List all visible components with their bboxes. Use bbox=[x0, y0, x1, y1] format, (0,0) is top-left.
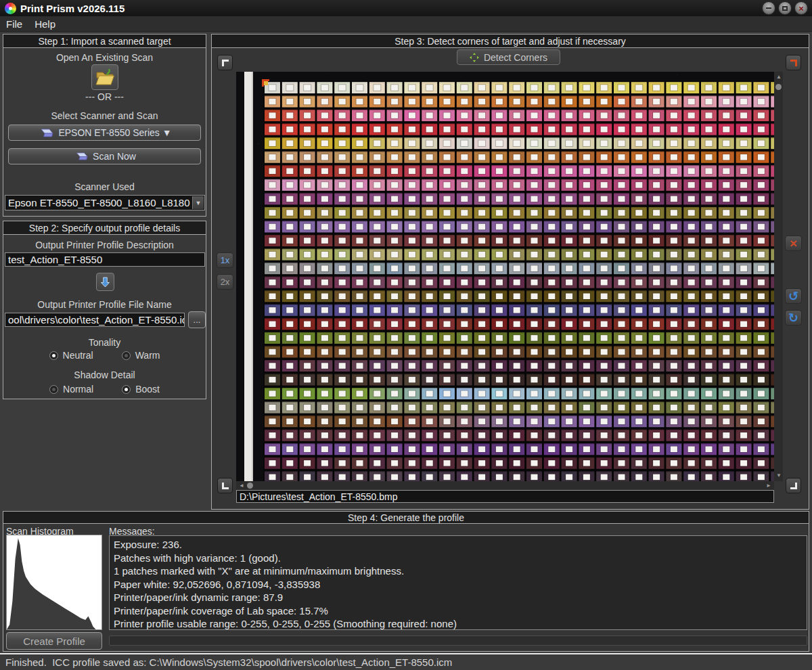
message-line: Printer/paper/ink dynamic range: 87.9 bbox=[114, 591, 803, 604]
profile-description-input[interactable]: test_Action_ET-8550 bbox=[5, 252, 205, 267]
scroll-left-icon[interactable]: ◄ bbox=[239, 483, 244, 489]
detect-corners-label: Detect Corners bbox=[484, 52, 547, 63]
title-bar[interactable]: Print Prism v2026.115 × bbox=[0, 0, 812, 16]
message-line: Printer profile usable range: 0-255, 0-2… bbox=[114, 617, 803, 630]
scanner-used-combobox[interactable]: Epson ET-8550_ET-8500_L8160_L8180 ▼ bbox=[5, 195, 205, 210]
menu-file[interactable]: File bbox=[0, 18, 28, 30]
select-scanner-label: Select Scanner and Scan bbox=[3, 110, 206, 121]
vertical-scroll-thumb[interactable] bbox=[775, 84, 782, 90]
corner-bottom-right-icon bbox=[790, 483, 797, 489]
step4-panel: Step 4: Generate the profile Scan Histog… bbox=[3, 511, 809, 652]
horizontal-scrollbar[interactable]: ◄ ► bbox=[236, 481, 774, 490]
messages-box: Exposure: 236.Patches with high variance… bbox=[109, 535, 807, 630]
copy-description-button[interactable] bbox=[96, 273, 114, 291]
delete-x-icon: × bbox=[790, 237, 797, 250]
radio-label: Normal bbox=[63, 384, 93, 395]
step2-panel: Step 2: Specify output profile details O… bbox=[3, 221, 206, 399]
message-line: Paper white: 92,052696, 0,871094, -3,835… bbox=[114, 578, 803, 591]
minimize-button[interactable] bbox=[762, 1, 775, 15]
scroll-up-icon[interactable]: ▲ bbox=[776, 74, 782, 80]
status-text: Finished. ICC profile saved as: C:\Windo… bbox=[5, 656, 452, 668]
corner-top-right-button[interactable] bbox=[786, 55, 801, 70]
delete-scan-button[interactable]: × bbox=[785, 236, 802, 251]
scan-now-icon bbox=[73, 152, 88, 160]
step1-panel: Step 1: Import a scanned target Open An … bbox=[3, 34, 206, 217]
app-icon bbox=[5, 3, 16, 14]
rotate-cw-button[interactable]: ↻ bbox=[785, 310, 802, 326]
scroll-down-icon[interactable]: ▼ bbox=[776, 473, 782, 478]
step1-header: Step 1: Import a scanned target bbox=[3, 35, 206, 48]
corner-bottom-right-button[interactable] bbox=[786, 478, 801, 493]
radio-label: Boost bbox=[135, 384, 160, 395]
step3-header: Step 3: Detect corners of target and adj… bbox=[212, 35, 809, 48]
message-line: 1 patches marked with "X" are at minimum… bbox=[114, 564, 803, 578]
step4-header: Step 4: Generate the profile bbox=[3, 512, 809, 524]
maximize-icon bbox=[782, 6, 788, 11]
minimize-icon bbox=[766, 7, 771, 9]
open-scan-button[interactable] bbox=[91, 64, 118, 90]
radio-label: Neutral bbox=[63, 350, 93, 361]
open-existing-scan-label: Open An Existing Scan bbox=[3, 52, 206, 63]
scroll-right-icon[interactable]: ► bbox=[766, 483, 771, 489]
open-folder-icon bbox=[95, 68, 115, 86]
rotate-ccw-icon: ↺ bbox=[788, 290, 798, 303]
scanner-icon bbox=[37, 129, 53, 137]
radio-normal[interactable]: Normal bbox=[49, 384, 93, 395]
shadow-detail-label: Shadow Detail bbox=[3, 370, 206, 380]
scan-filename-field[interactable]: D:\Pictures\test_Action_ET-8550.bmp bbox=[236, 490, 774, 503]
corner-top-left-icon bbox=[222, 60, 229, 66]
scan-histogram bbox=[6, 535, 102, 630]
profile-description-value: test_Action_ET-8550 bbox=[8, 254, 102, 265]
browse-button[interactable]: ... bbox=[188, 311, 206, 328]
menu-help[interactable]: Help bbox=[28, 18, 62, 30]
radio-boost[interactable]: Boost bbox=[122, 384, 160, 395]
histogram-plot bbox=[7, 535, 102, 629]
maximize-button[interactable] bbox=[778, 1, 792, 15]
close-icon: × bbox=[798, 4, 804, 13]
profile-progress-bar bbox=[109, 635, 807, 646]
window-title: Print Prism v2026.115 bbox=[20, 3, 125, 14]
scanner-used-dropdown-arrow[interactable]: ▼ bbox=[192, 196, 204, 209]
scanner-select-label: EPSON ET-8550 Series ▼ bbox=[58, 127, 171, 138]
message-line: Printer/paper/ink coverage of Lab space:… bbox=[114, 604, 803, 618]
corner-bottom-left-icon bbox=[222, 483, 229, 489]
status-bar: Finished. ICC profile saved as: C:\Windo… bbox=[0, 653, 812, 670]
step2-header: Step 2: Specify output profile details bbox=[3, 221, 206, 235]
corner-top-left-button[interactable] bbox=[217, 55, 233, 70]
radio-circle-icon bbox=[122, 385, 131, 394]
scan-now-label: Scan Now bbox=[93, 151, 136, 162]
corner-top-right-icon bbox=[790, 60, 797, 66]
rotate-ccw-button[interactable]: ↺ bbox=[785, 288, 802, 304]
scanner-used-label: Scanner Used bbox=[3, 181, 206, 192]
scan-now-button[interactable]: Scan Now bbox=[8, 148, 201, 164]
scan-target-image[interactable] bbox=[236, 72, 774, 481]
profile-filename-input[interactable]: ool\drivers\color\test_Action_ET-8550.ic… bbox=[5, 313, 185, 327]
profile-filename-label: Output Printer Profile File Name bbox=[3, 299, 206, 310]
rotate-cw-icon: ↻ bbox=[788, 312, 798, 324]
profile-filename-value: ool\drivers\color\test_Action_ET-8550.ic… bbox=[8, 314, 185, 326]
vertical-scrollbar[interactable]: ▲ ▼ bbox=[774, 72, 783, 481]
scan-filename-value: D:\Pictures\test_Action_ET-8550.bmp bbox=[240, 491, 397, 502]
horizontal-scroll-thumb[interactable] bbox=[247, 483, 253, 489]
profile-description-label: Output Printer Profile Description bbox=[3, 240, 206, 250]
menu-bar: File Help bbox=[0, 16, 812, 32]
shadow-detail-options: NormalBoost bbox=[3, 384, 206, 395]
scanner-select-button[interactable]: EPSON ET-8550 Series ▼ bbox=[8, 125, 201, 141]
tonality-options: NeutralWarm bbox=[3, 350, 206, 361]
radio-warm[interactable]: Warm bbox=[122, 350, 160, 361]
tonality-label: Tonality bbox=[3, 337, 206, 348]
corner-bottom-left-button[interactable] bbox=[217, 478, 233, 493]
close-button[interactable]: × bbox=[794, 1, 808, 15]
radio-neutral[interactable]: Neutral bbox=[49, 350, 93, 361]
create-profile-button[interactable]: Create Profile bbox=[6, 632, 102, 650]
detect-corners-icon bbox=[470, 53, 479, 62]
step3-panel: Step 3: Detect corners of target and adj… bbox=[211, 34, 809, 510]
radio-circle-icon bbox=[122, 351, 131, 360]
radio-circle-icon bbox=[49, 385, 58, 394]
zoom-1x-button[interactable]: 1x bbox=[217, 252, 233, 268]
message-line: Exposure: 236. bbox=[114, 538, 803, 552]
zoom-2x-button[interactable]: 2x bbox=[217, 274, 233, 290]
detect-corners-button[interactable]: Detect Corners bbox=[457, 49, 560, 65]
app-window: Print Prism v2026.115 × File Help Step 1… bbox=[0, 0, 812, 670]
scanner-used-value: Epson ET-8550_ET-8500_L8160_L8180 bbox=[8, 197, 190, 208]
